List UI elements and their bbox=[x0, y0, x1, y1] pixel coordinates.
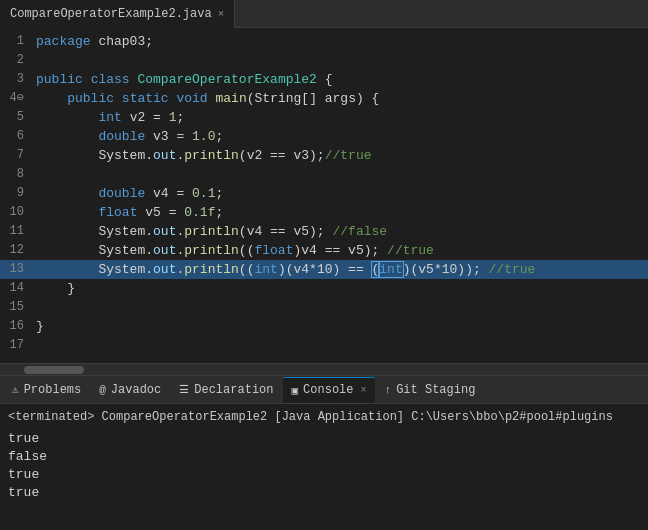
bottom-panel: ⚠Problems@Javadoc☰Declaration▣Console×↑G… bbox=[0, 375, 648, 530]
editor-area: CompareOperatorExample2.java × 1package … bbox=[0, 0, 648, 375]
console-terminated-line: <terminated> CompareOperatorExample2 [Ja… bbox=[8, 408, 640, 426]
console-output-line: true bbox=[8, 430, 640, 448]
console-output-line: false bbox=[8, 448, 640, 466]
bottom-tab-close-console[interactable]: × bbox=[361, 385, 367, 396]
line-content: float v5 = 0.1f; bbox=[36, 203, 648, 222]
bottom-tab-label-javadoc: Javadoc bbox=[111, 383, 161, 397]
bottom-tab-declaration[interactable]: ☰Declaration bbox=[171, 377, 281, 403]
line-content: double v3 = 1.0; bbox=[36, 127, 648, 146]
bottom-tab-label-console: Console bbox=[303, 383, 353, 397]
code-line: 2 bbox=[0, 51, 648, 70]
line-number: 5 bbox=[0, 108, 36, 127]
code-line: 10 float v5 = 0.1f; bbox=[0, 203, 648, 222]
console-output: <terminated> CompareOperatorExample2 [Ja… bbox=[0, 404, 648, 530]
console-output-line: true bbox=[8, 484, 640, 502]
tab-filename: CompareOperatorExample2.java bbox=[10, 7, 212, 21]
editor-tab[interactable]: CompareOperatorExample2.java × bbox=[0, 0, 235, 28]
line-content: System.out.println(v4 == v5); //false bbox=[36, 222, 648, 241]
bottom-tab-git-staging[interactable]: ↑Git Staging bbox=[377, 377, 484, 403]
bottom-tab-bar: ⚠Problems@Javadoc☰Declaration▣Console×↑G… bbox=[0, 376, 648, 404]
console-lines: truefalsetruetrue bbox=[8, 430, 640, 502]
code-container[interactable]: 1package chap03;23public class CompareOp… bbox=[0, 28, 648, 363]
scrollbar-thumb[interactable] bbox=[24, 366, 84, 374]
line-number: 11 bbox=[0, 222, 36, 241]
line-number: 14 bbox=[0, 279, 36, 298]
line-content: } bbox=[36, 279, 648, 298]
line-number: 9 bbox=[0, 184, 36, 203]
code-line: 15 bbox=[0, 298, 648, 317]
code-line: 14 } bbox=[0, 279, 648, 298]
code-line: 16} bbox=[0, 317, 648, 336]
line-number: 17 bbox=[0, 336, 36, 355]
bottom-tab-javadoc[interactable]: @Javadoc bbox=[91, 377, 169, 403]
code-line: 3public class CompareOperatorExample2 { bbox=[0, 70, 648, 89]
console-output-line: true bbox=[8, 466, 640, 484]
line-number: 10 bbox=[0, 203, 36, 222]
tab-bar: CompareOperatorExample2.java × bbox=[0, 0, 648, 28]
line-number: 7 bbox=[0, 146, 36, 165]
line-content: package chap03; bbox=[36, 32, 648, 51]
code-line: 1package chap03; bbox=[0, 32, 648, 51]
line-content: public class CompareOperatorExample2 { bbox=[36, 70, 648, 89]
code-line: 12 System.out.println((float)v4 == v5); … bbox=[0, 241, 648, 260]
line-number: 16 bbox=[0, 317, 36, 336]
line-number: 12 bbox=[0, 241, 36, 260]
bottom-tab-label-git-staging: Git Staging bbox=[396, 383, 475, 397]
problems-icon: ⚠ bbox=[12, 383, 19, 396]
line-number: 6 bbox=[0, 127, 36, 146]
line-number: 15 bbox=[0, 298, 36, 317]
line-number: 8 bbox=[0, 165, 36, 184]
line-number: 13 bbox=[0, 260, 36, 279]
code-line: 8 bbox=[0, 165, 648, 184]
declaration-icon: ☰ bbox=[179, 383, 189, 396]
code-line: 4⊖ public static void main(String[] args… bbox=[0, 89, 648, 108]
code-line: 7 System.out.println(v2 == v3);//true bbox=[0, 146, 648, 165]
code-line: 11 System.out.println(v4 == v5); //false bbox=[0, 222, 648, 241]
console-icon: ▣ bbox=[291, 384, 298, 397]
bottom-tab-problems[interactable]: ⚠Problems bbox=[4, 377, 89, 403]
line-content: System.out.println((int)(v4*10) == (int)… bbox=[36, 260, 648, 279]
code-line: 9 double v4 = 0.1; bbox=[0, 184, 648, 203]
bottom-tab-console[interactable]: ▣Console× bbox=[283, 377, 374, 403]
line-content: public static void main(String[] args) { bbox=[36, 89, 648, 108]
bottom-tab-label-problems: Problems bbox=[24, 383, 82, 397]
line-number: 4⊖ bbox=[0, 89, 36, 108]
line-number: 3 bbox=[0, 70, 36, 89]
line-content: } bbox=[36, 317, 648, 336]
horizontal-scrollbar[interactable] bbox=[0, 363, 648, 375]
git-staging-icon: ↑ bbox=[385, 384, 392, 396]
line-content: double v4 = 0.1; bbox=[36, 184, 648, 203]
code-line: 5 int v2 = 1; bbox=[0, 108, 648, 127]
line-number: 2 bbox=[0, 51, 36, 70]
line-content: System.out.println((float)v4 == v5); //t… bbox=[36, 241, 648, 260]
bottom-tab-label-declaration: Declaration bbox=[194, 383, 273, 397]
tab-close-icon[interactable]: × bbox=[218, 8, 225, 20]
code-line: 6 double v3 = 1.0; bbox=[0, 127, 648, 146]
line-content: int v2 = 1; bbox=[36, 108, 648, 127]
code-line: 13 System.out.println((int)(v4*10) == (i… bbox=[0, 260, 648, 279]
javadoc-icon: @ bbox=[99, 384, 106, 396]
code-line: 17 bbox=[0, 336, 648, 355]
line-number: 1 bbox=[0, 32, 36, 51]
line-content: System.out.println(v2 == v3);//true bbox=[36, 146, 648, 165]
